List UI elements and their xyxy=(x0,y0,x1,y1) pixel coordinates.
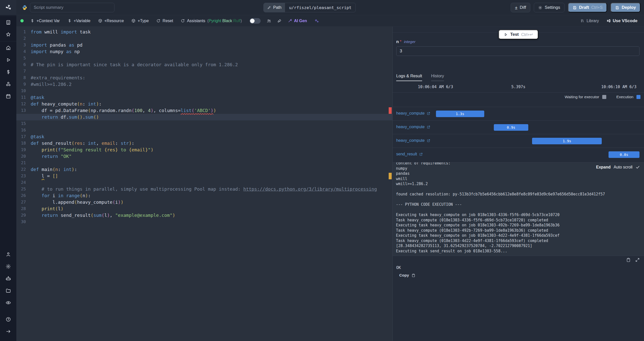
sidebar-item-arrow-right[interactable] xyxy=(3,326,13,336)
code-line-25[interactable]: # to run things in parallel, simply use … xyxy=(16,186,392,192)
result-value: OK xyxy=(396,265,401,270)
code-line-16[interactable] xyxy=(16,127,392,133)
result-tabs: Logs & Result History xyxy=(396,74,444,81)
sidebar-item-cubes[interactable] xyxy=(3,79,13,89)
code-line-20[interactable]: return "OK" xyxy=(16,153,392,160)
code-line-23[interactable]: l = [] xyxy=(16,173,392,179)
task-link-heavy_compute[interactable]: heavy_compute xyxy=(396,138,430,143)
sidebar-item-play[interactable] xyxy=(3,55,13,65)
code-line-1[interactable]: from wmill import task xyxy=(16,29,392,35)
code-line-9[interactable]: #wmill>=1.286.2 xyxy=(16,81,392,88)
format-brush-icon[interactable] xyxy=(277,19,282,23)
code-line-21[interactable] xyxy=(16,160,392,166)
code-line-11[interactable]: @task xyxy=(16,94,392,101)
code-line-27[interactable]: l.append(heavy_compute(i)) xyxy=(16,199,392,206)
multiplayer-icon[interactable] xyxy=(267,19,271,23)
use-vscode-button[interactable]: Use VScode xyxy=(607,18,637,23)
deploy-button[interactable]: Deploy xyxy=(611,3,640,12)
code-line-18[interactable]: def send_result(res: int, email: str): xyxy=(16,140,392,147)
arg-name: n xyxy=(396,39,399,44)
sidebar-item-home[interactable] xyxy=(3,43,13,53)
sidebar-item-folder[interactable] xyxy=(3,286,13,296)
code-line-13[interactable]: df = pd.DataFrame(np.random.randn(100, 4… xyxy=(16,107,392,114)
code-line-28[interactable]: print(l) xyxy=(16,206,392,212)
sidebar-item-building[interactable] xyxy=(3,17,13,27)
code-line-22[interactable]: def main(n: int): xyxy=(16,166,392,173)
code-line-19[interactable]: print(f"Sending result {res} to {email}"… xyxy=(16,147,392,153)
sidebar-item-robot[interactable] xyxy=(3,274,13,284)
assistants-button[interactable]: Assistants (Pyright Black Ruff) xyxy=(181,19,242,23)
assistants-toggle[interactable] xyxy=(250,18,261,24)
logs-panel[interactable]: content of requirements: numpy pandas wm… xyxy=(393,162,644,256)
library-button[interactable]: Library xyxy=(580,19,599,23)
fullscreen-icon[interactable] xyxy=(635,257,640,262)
code-line-24[interactable] xyxy=(16,179,392,186)
code-editor[interactable]: 1234567891011121314151617181920212223242… xyxy=(16,27,392,341)
sidebar-item-user[interactable] xyxy=(3,249,13,259)
check-icon[interactable] xyxy=(635,165,640,169)
settings-button[interactable]: Settings xyxy=(534,3,564,12)
topbar: Path u/rfiszel/pleasant_script ± Diff Se… xyxy=(16,0,644,15)
code-line-2[interactable] xyxy=(16,35,392,42)
code-line-6[interactable]: # The pin is important since task is a d… xyxy=(16,61,392,68)
code-line-3[interactable]: import pandas as pd xyxy=(16,42,392,48)
arg-n-input[interactable] xyxy=(396,46,639,56)
add-variable-button[interactable]: +Variable xyxy=(67,19,91,23)
task-link-heavy_compute[interactable]: heavy_compute xyxy=(396,125,430,129)
legend-item: Waiting for executor xyxy=(565,95,606,99)
eye-icon xyxy=(6,300,11,305)
add-resource-button[interactable]: +Resource xyxy=(98,19,124,23)
code-line-4[interactable]: import numpy as np xyxy=(16,48,392,55)
sidebar-item-dollar[interactable] xyxy=(3,67,13,77)
reset-button[interactable]: Reset xyxy=(156,19,173,23)
play-icon xyxy=(6,57,11,63)
code-line-14[interactable]: return df.sum().sum() xyxy=(16,114,392,120)
diff-button[interactable]: ± Diff xyxy=(511,3,531,12)
code-line-17[interactable]: @task xyxy=(16,133,392,140)
sidebar-item-help[interactable] xyxy=(3,314,13,324)
windmill-logo-icon[interactable] xyxy=(0,0,16,15)
run-panel: Test Ctrl+↵ n * integer Logs & Result Hi… xyxy=(392,27,644,341)
test-button[interactable]: Test Ctrl+↵ xyxy=(498,30,538,39)
sidebar-item-eye[interactable] xyxy=(3,298,13,308)
code-line-29[interactable]: return send_result(sum(l), "example@exam… xyxy=(16,212,392,219)
sidebar-item-calendar[interactable] xyxy=(3,91,13,101)
save-icon xyxy=(615,6,619,10)
duration-bar[interactable]: 1.3s xyxy=(436,111,484,117)
duration-bar[interactable]: 1.9s xyxy=(532,138,602,144)
add-type-button[interactable]: +Type xyxy=(131,19,149,23)
arrow-right-icon xyxy=(6,329,11,334)
task-link-send_result[interactable]: send_result xyxy=(396,152,423,156)
code-line-12[interactable]: def heavy_compute(n: int): xyxy=(16,101,392,107)
code-lines[interactable]: from wmill import taskimport pandas as p… xyxy=(16,29,392,225)
add-context-var-button[interactable]: +Context Var xyxy=(30,19,60,23)
script-summary-input[interactable] xyxy=(30,3,114,12)
copy-logs-icon[interactable] xyxy=(626,257,631,262)
draft-button[interactable]: Draft Ctrl+S xyxy=(568,3,607,12)
tab-logs-result[interactable]: Logs & Result xyxy=(396,74,422,81)
code-line-8[interactable]: #extra_requirements: xyxy=(16,75,392,81)
code-line-30[interactable] xyxy=(16,219,392,225)
duration-bar[interactable]: 0.8s xyxy=(609,151,639,158)
tab-history[interactable]: History xyxy=(431,74,444,81)
duration-bar[interactable]: 0.9s xyxy=(494,124,529,131)
ai-gen-button[interactable]: AI Gen xyxy=(288,19,307,23)
arg-required-marker: * xyxy=(400,40,401,44)
task-link-heavy_compute[interactable]: heavy_compute xyxy=(396,111,430,116)
code-line-7[interactable] xyxy=(16,68,392,75)
execution-timeline: heavy_compute1.3sheavy_compute0.9sheavy_… xyxy=(393,107,644,161)
code-line-10[interactable] xyxy=(16,88,392,94)
sidebar-item-gear[interactable] xyxy=(3,261,13,271)
help-icon xyxy=(6,317,11,322)
path-edit-button[interactable]: Path xyxy=(264,3,285,12)
package-icon xyxy=(98,19,102,23)
copy-result-button[interactable]: Copy xyxy=(399,273,416,278)
sparkles-icon[interactable] xyxy=(314,19,319,23)
star-icon xyxy=(6,32,11,37)
code-line-26[interactable]: for i in range(n): xyxy=(16,192,392,199)
code-line-5[interactable] xyxy=(16,55,392,61)
sidebar-item-star[interactable] xyxy=(3,29,13,40)
code-line-15[interactable] xyxy=(16,120,392,127)
expand-logs-button[interactable]: Expand xyxy=(596,165,611,169)
path-selector[interactable]: Path u/rfiszel/pleasant_script xyxy=(263,3,356,12)
